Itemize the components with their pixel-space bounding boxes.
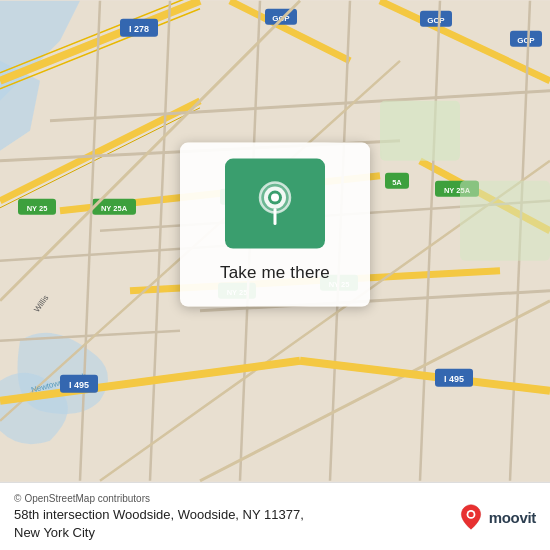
take-me-there-button[interactable]: Take me there — [220, 258, 330, 286]
copyright-symbol: © — [14, 493, 21, 504]
moovit-logo: moovit — [457, 503, 536, 531]
svg-text:NY 25: NY 25 — [27, 204, 48, 213]
osm-attribution: © OpenStreetMap contributors — [14, 493, 304, 504]
bottom-left: © OpenStreetMap contributors 58th inters… — [14, 493, 304, 542]
app: I 278 GCP GCP GCP NY 25 NY 25A NY 25A — [0, 0, 550, 550]
svg-text:I 278: I 278 — [129, 24, 149, 34]
svg-text:I 495: I 495 — [444, 374, 464, 384]
svg-text:I 495: I 495 — [69, 380, 89, 390]
map-pin-container — [225, 158, 325, 248]
svg-text:NY 25A: NY 25A — [101, 204, 128, 213]
svg-rect-58 — [460, 181, 550, 261]
svg-point-65 — [468, 512, 473, 517]
moovit-pin-icon — [457, 503, 485, 531]
svg-text:GCP: GCP — [517, 36, 535, 45]
osm-text: OpenStreetMap contributors — [24, 493, 150, 504]
svg-point-62 — [271, 193, 279, 201]
svg-text:GCP: GCP — [427, 16, 445, 25]
action-card: Take me there — [180, 142, 370, 306]
map-container: I 278 GCP GCP GCP NY 25 NY 25A NY 25A — [0, 0, 550, 482]
location-line1: 58th intersection Woodside, Woodside, NY… — [14, 507, 304, 522]
location-text: 58th intersection Woodside, Woodside, NY… — [14, 506, 304, 542]
location-line2: New York City — [14, 525, 95, 540]
moovit-brand-text: moovit — [489, 509, 536, 526]
location-pin-icon — [255, 179, 295, 227]
svg-rect-57 — [380, 101, 460, 161]
bottom-bar: © OpenStreetMap contributors 58th inters… — [0, 482, 550, 550]
svg-text:5A: 5A — [392, 178, 402, 187]
